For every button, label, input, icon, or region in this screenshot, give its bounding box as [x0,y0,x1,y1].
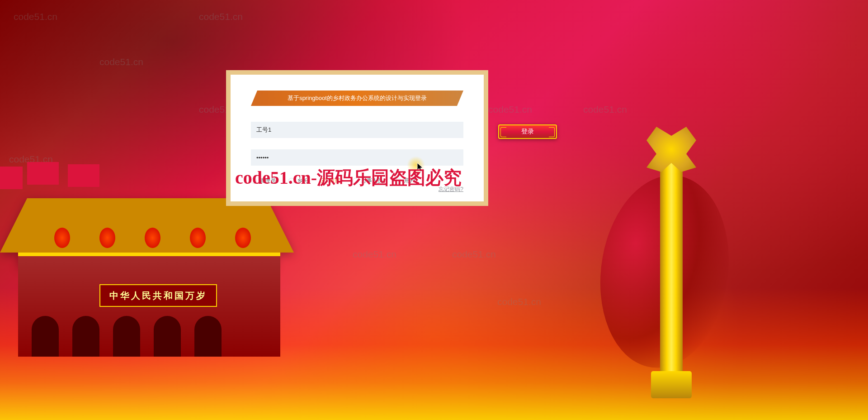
role-radio-staff[interactable]: 办事人员 [353,177,383,185]
lantern-icon [54,228,70,248]
flag-icon [0,167,23,189]
building-banner: 中华人民共和国万岁 [99,284,217,307]
role-radio-admin[interactable]: 管理员 [251,177,276,185]
password-input[interactable] [251,149,463,166]
radio-icon [321,178,326,184]
radio-label: 管理员 [259,177,276,185]
arches-decoration [32,316,222,357]
radio-icon [288,178,294,184]
flag-icon [68,164,99,187]
huabiao-pillar [646,127,696,398]
cursor-icon [417,163,424,172]
flag-icon [27,162,59,185]
forgot-password-link[interactable]: 忘记密码? [439,186,463,193]
lantern-icon [99,228,115,248]
lantern-icon [235,228,251,248]
radio-label: 乡长 [297,177,308,185]
radio-label: 科室 [329,177,340,185]
login-card: 基于springboot的乡村政务办公系统的设计与实现登录 管理员 乡长 科室 … [226,70,488,206]
role-radio-user[interactable]: 用户 [396,177,415,185]
role-radio-mayor[interactable]: 乡长 [288,177,308,185]
lantern-icon [190,228,206,248]
radio-label: 办事人员 [361,177,383,185]
radio-label: 用户 [404,177,415,185]
radio-icon [353,178,359,184]
role-radio-department[interactable]: 科室 [321,177,340,185]
radio-icon [396,178,401,184]
lantern-icon [145,228,160,248]
login-title: 基于springboot的乡村政务办公系统的设计与实现登录 [251,91,463,106]
login-button[interactable]: 登录 [498,124,557,139]
role-radio-group: 管理员 乡长 科室 办事人员 用户 [251,177,463,185]
username-input[interactable] [251,122,463,138]
login-button-label: 登录 [521,128,534,136]
radio-icon [251,178,257,184]
